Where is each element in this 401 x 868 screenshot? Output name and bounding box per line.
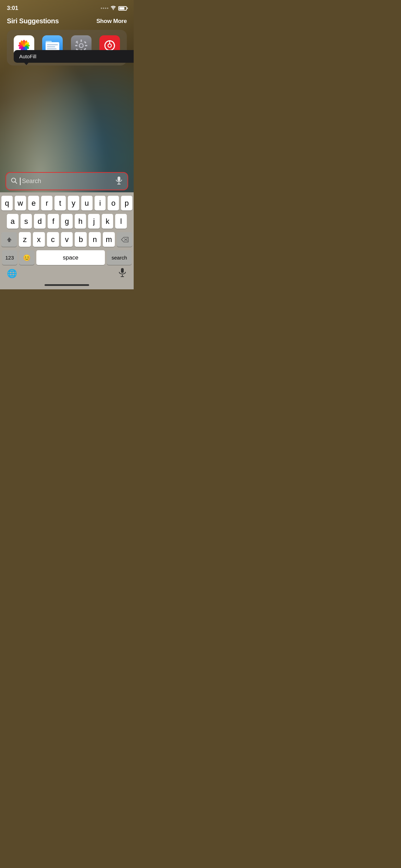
svg-rect-19 (47, 48, 57, 49)
svg-point-0 (113, 9, 114, 10)
keyboard-row-4: 123 😊 space search (1, 250, 132, 265)
key-i[interactable]: i (95, 196, 106, 210)
search-placeholder: Search (22, 178, 41, 185)
cursor-indicator (20, 178, 21, 185)
key-a[interactable]: a (7, 214, 19, 229)
signal-dots (101, 8, 108, 9)
signal-dot-3 (105, 8, 106, 9)
svg-rect-28 (84, 41, 87, 44)
key-x[interactable]: x (33, 232, 45, 247)
bottom-bar: 🌐 (0, 266, 134, 282)
svg-rect-18 (47, 46, 55, 47)
status-icons (101, 5, 127, 11)
siri-header: Siri Suggestions Show More (7, 17, 127, 25)
search-bar[interactable]: Search (5, 172, 128, 190)
key-p[interactable]: p (121, 196, 132, 210)
key-z[interactable]: z (19, 232, 31, 247)
svg-rect-26 (85, 45, 87, 46)
battery-icon (118, 6, 127, 11)
signal-dot-4 (107, 8, 108, 9)
middle-area (0, 70, 134, 155)
mic-icon[interactable] (115, 176, 123, 186)
key-shift[interactable] (1, 232, 17, 247)
svg-line-35 (15, 182, 17, 183)
status-time: 3:01 (7, 5, 18, 12)
key-f[interactable]: f (48, 214, 59, 229)
svg-rect-17 (47, 44, 58, 45)
key-e[interactable]: e (28, 196, 39, 210)
key-j[interactable]: j (88, 214, 100, 229)
key-delete[interactable] (117, 232, 132, 247)
key-c[interactable]: c (47, 232, 59, 247)
signal-dot-1 (101, 8, 102, 9)
key-g[interactable]: g (61, 214, 73, 229)
key-u[interactable]: u (81, 196, 93, 210)
svg-rect-36 (118, 177, 120, 181)
autofill-tooltip: AutoFill (14, 50, 134, 63)
key-l[interactable]: l (115, 214, 127, 229)
wifi-icon (110, 5, 116, 11)
key-k[interactable]: k (102, 214, 113, 229)
main-content: 3:01 Siri Suggestion (0, 0, 134, 289)
keyboard: q w e r t y u i o p a s d f g h j k l (0, 192, 134, 266)
keyboard-row-3: z x c v b n m (1, 232, 132, 247)
svg-point-32 (108, 44, 111, 47)
signal-dot-2 (103, 8, 104, 9)
mic-bottom-icon[interactable] (118, 268, 127, 279)
key-b[interactable]: b (75, 232, 87, 247)
key-t[interactable]: t (54, 196, 66, 210)
show-more-button[interactable]: Show More (96, 18, 127, 25)
key-r[interactable]: r (41, 196, 52, 210)
globe-icon[interactable]: 🌐 (7, 269, 17, 278)
key-search-button[interactable]: search (107, 250, 132, 265)
keyboard-row-1: q w e r t y u i o p (1, 196, 132, 210)
key-s[interactable]: s (21, 214, 32, 229)
key-h[interactable]: h (75, 214, 86, 229)
key-numbers[interactable]: 123 (2, 250, 17, 265)
search-bar-container: Search (0, 170, 134, 190)
key-w[interactable]: w (15, 196, 26, 210)
key-d[interactable]: d (34, 214, 46, 229)
key-n[interactable]: n (89, 232, 101, 247)
home-indicator-area (0, 282, 134, 289)
battery-fill (119, 7, 124, 10)
siri-suggestions-title: Siri Suggestions (7, 17, 59, 25)
svg-rect-23 (81, 39, 82, 42)
search-icon (11, 178, 17, 185)
svg-rect-41 (121, 268, 124, 273)
key-y[interactable]: y (68, 196, 79, 210)
key-q[interactable]: q (1, 196, 13, 210)
svg-rect-25 (75, 45, 77, 46)
key-o[interactable]: o (108, 196, 119, 210)
svg-point-21 (80, 44, 83, 47)
keyboard-row-2: a s d f g h j k l (1, 214, 132, 229)
key-space[interactable]: space (36, 250, 105, 265)
status-bar: 3:01 (0, 0, 134, 14)
home-indicator (45, 284, 89, 286)
key-m[interactable]: m (103, 232, 115, 247)
key-v[interactable]: v (61, 232, 73, 247)
key-emoji[interactable]: 😊 (19, 250, 34, 265)
search-input[interactable]: Search (20, 178, 112, 185)
